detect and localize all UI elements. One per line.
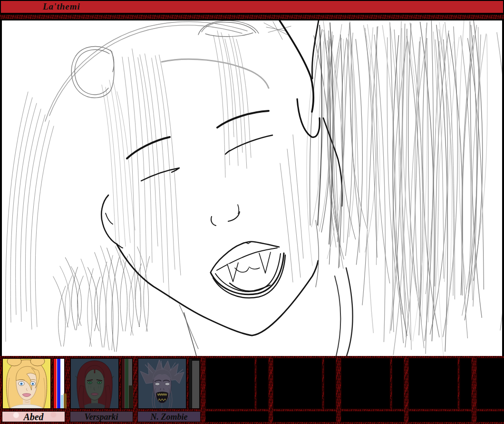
portrait-empty [341,358,390,409]
portrait-n-zombie[interactable] [137,358,187,409]
status-bars-abed [53,358,65,409]
green-bar-dim [125,359,128,408]
name-plate-empty [408,411,472,422]
party-slot-empty-5 [475,356,504,424]
name-plate-empty [341,411,404,422]
status-bars-empty [256,358,269,409]
character-name: Abed [23,412,43,422]
lightblue-bar [61,395,63,408]
status-bars-empty [392,358,404,409]
portrait-empty [273,358,322,409]
portrait-empty [205,358,255,409]
head-outline [45,22,247,121]
party-slot-empty-1 [204,356,271,424]
name-plate-empty [273,411,336,422]
character-name: Versparki [84,413,118,421]
brown-bar-dim [129,385,133,408]
frame-top-strip [0,14,504,20]
vampire-side-hair [6,92,150,352]
brown-bar [64,394,67,408]
name-plate-n-zombie: N. Zombie [137,411,201,422]
portrait-empty [476,358,504,409]
party-slot-empty-4 [407,356,475,424]
red-bar [54,359,57,408]
right-figure-hair [307,21,502,356]
status-bars-empty [324,358,336,409]
scene-canvas[interactable] [0,20,504,356]
name-plate-abed: Abed [2,411,65,422]
portrait-empty [408,358,458,409]
party-slot-n-zombie: N. Zombie [136,356,204,424]
party-bar: Abed [0,356,504,424]
party-slot-empty-2 [271,356,339,424]
name-plate-empty [205,411,269,422]
title-bar: La'themi [0,0,504,14]
hair-bun-left [71,47,114,98]
party-slot-empty-3 [339,356,407,424]
name-plate-empty [476,411,504,422]
dark-bar [189,359,192,408]
portrait-versparki[interactable] [70,358,119,409]
party-slot-abed: Abed [0,356,68,424]
vampire-face [101,111,318,356]
game-window: La'themi [0,0,504,424]
status-bars-n-zombie [188,358,201,409]
red-bar-dim [122,359,125,408]
blue-bar [57,359,60,408]
status-bars-versparki [121,358,133,409]
hairline [162,59,269,88]
status-bars-empty [459,358,472,409]
party-slot-versparki: Versparki [68,356,136,424]
grey-bar [192,361,199,408]
window-title: La'themi [43,1,80,12]
vampire-mouth [211,242,285,298]
name-plate-versparki: Versparki [70,411,133,422]
character-name: N. Zombie [151,413,188,421]
portrait-abed[interactable] [2,358,51,409]
